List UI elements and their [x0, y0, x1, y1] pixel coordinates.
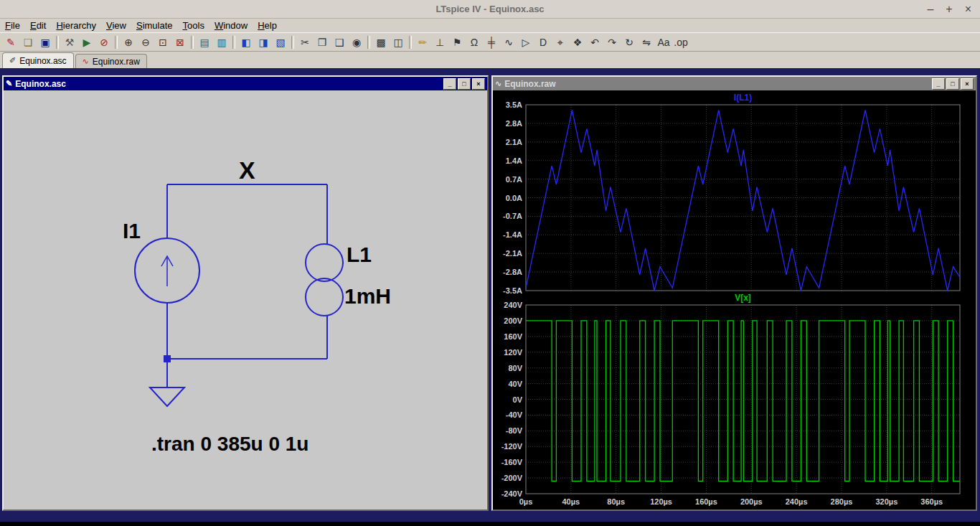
new-schematic-button[interactable]: ✎ — [2, 34, 19, 50]
waveform-window-icon: ∿ — [495, 79, 501, 88]
close-button[interactable]: × — [965, 3, 971, 16]
y-tick-label: 40V — [508, 380, 522, 388]
find-button[interactable]: ◉ — [348, 34, 365, 50]
ground-button[interactable]: ⊥ — [431, 34, 448, 50]
titlebar: LTspice IV - Equinox.asc – + × — [0, 0, 980, 19]
print-preview-button[interactable]: ◫ — [390, 34, 407, 50]
schematic-maximize-button[interactable]: □ — [458, 78, 471, 90]
autorange-y-icon: ⊠ — [176, 37, 184, 47]
halt-icon: ⊘ — [100, 37, 108, 47]
tab-equinox-raw[interactable]: ∿Equinox.raw — [75, 54, 147, 68]
control-panel-button[interactable]: ⚒ — [61, 34, 78, 50]
capacitor-button[interactable]: ╪ — [483, 34, 500, 50]
tile-vertically-icon: ◧ — [241, 37, 250, 47]
node-label[interactable]: X — [239, 158, 255, 182]
current-source-label[interactable]: I1 — [123, 220, 141, 242]
cascade-windows-button[interactable]: ▧ — [272, 34, 289, 50]
print-button[interactable]: ▩ — [372, 34, 390, 50]
paste-icon: ❑ — [335, 37, 344, 47]
schematic-close-button[interactable]: × — [472, 78, 485, 90]
waveform-close-button[interactable]: × — [961, 78, 974, 90]
schematic-window-title: Equinox.asc — [15, 79, 66, 89]
waveform-canvas[interactable]: 3.5A2.8A2.1A1.4A0.7A0.0A-0.7A-1.4A-2.1A-… — [493, 90, 976, 509]
menu-hierarchy[interactable]: Hierarchy — [51, 20, 101, 31]
spice-directive-text[interactable]: .tran 0 385u 0 1u — [151, 434, 308, 454]
menu-edit[interactable]: Edit — [25, 20, 51, 31]
error-log-button[interactable]: ▥ — [213, 34, 230, 50]
y-tick-label: 120V — [504, 348, 522, 357]
label-net-icon: ⚑ — [453, 37, 462, 47]
toolbar-separator — [291, 36, 294, 49]
schematic-minimize-button[interactable]: _ — [443, 78, 456, 90]
undo-button[interactable]: ↶ — [586, 34, 603, 50]
x-tick-label: 80µs — [607, 497, 625, 506]
component-button[interactable]: D — [534, 34, 552, 50]
tile-vertically-button[interactable]: ◧ — [237, 34, 255, 50]
minimize-button[interactable]: – — [927, 3, 933, 16]
rotate-icon: ↻ — [625, 37, 633, 47]
move-button[interactable]: ⌖ — [552, 34, 569, 50]
menu-file[interactable]: File — [0, 20, 25, 31]
inductor-symbol[interactable] — [306, 244, 343, 316]
tile-horizontally-button[interactable]: ◨ — [255, 34, 272, 50]
ground-icon: ⊥ — [435, 37, 444, 47]
diode-button[interactable]: ▷ — [517, 34, 534, 50]
redo-button[interactable]: ↷ — [603, 34, 621, 50]
resistor-button[interactable]: Ω — [466, 34, 483, 50]
waveform-maximize-button[interactable]: □ — [946, 78, 959, 90]
inductor-value-label[interactable]: 1mH — [344, 286, 391, 307]
waveform-window-titlebar[interactable]: ∿ Equinox.raw _ □ × — [493, 77, 976, 90]
y-tick-label: 240V — [504, 301, 522, 309]
autorange-y-button[interactable]: ⊠ — [171, 34, 189, 50]
mirror-icon: ⇋ — [642, 37, 651, 47]
current-source-symbol[interactable] — [135, 238, 199, 303]
x-tick-label: 360µs — [920, 497, 943, 506]
open-button[interactable]: ❏ — [19, 34, 37, 50]
y-tick-label: 2.1A — [506, 138, 522, 146]
tab-equinox-asc[interactable]: ✐Equinox.asc — [2, 52, 74, 68]
copy-button[interactable]: ❐ — [314, 34, 331, 50]
label-net-button[interactable]: ⚑ — [448, 34, 466, 50]
save-icon: ▣ — [40, 37, 50, 47]
y-tick-label: 0V — [513, 395, 523, 404]
x-tick-label: 320µs — [875, 497, 897, 506]
waveform-minimize-button[interactable]: _ — [932, 78, 945, 90]
x-tick-label: 120µs — [650, 497, 672, 506]
inductor-label[interactable]: L1 — [347, 244, 372, 266]
save-button[interactable]: ▣ — [37, 34, 54, 50]
zoom-area-button[interactable]: ⊕ — [120, 34, 137, 50]
maximize-button[interactable]: + — [946, 3, 952, 16]
drag-button[interactable]: ❖ — [569, 34, 586, 50]
y-tick-label: -2.1A — [503, 249, 522, 258]
run-button[interactable]: ▶ — [78, 34, 95, 50]
schematic-window-titlebar[interactable]: ✎ Equinox.asc _ □ × — [4, 77, 487, 90]
rotate-button[interactable]: ↻ — [621, 34, 638, 50]
inductor-button[interactable]: ∿ — [500, 34, 517, 50]
menu-tools[interactable]: Tools — [178, 20, 209, 31]
menu-help[interactable]: Help — [253, 20, 282, 31]
menu-view[interactable]: View — [101, 20, 131, 31]
spice-directive-button[interactable]: .op — [672, 34, 689, 50]
capacitor-icon: ╪ — [488, 37, 495, 47]
zoom-extents-button[interactable]: ⊡ — [154, 34, 171, 50]
menu-simulate[interactable]: Simulate — [131, 20, 178, 31]
text-button[interactable]: Aa — [655, 34, 672, 50]
tab-file-icon: ∿ — [83, 57, 89, 66]
y-tick-label: -120V — [501, 442, 523, 451]
menu-window[interactable]: Window — [209, 20, 253, 31]
y-tick-label: -3.5A — [503, 286, 522, 295]
mirror-button[interactable]: ⇋ — [638, 34, 655, 50]
draw-wire-icon: ✏ — [418, 37, 427, 47]
resistor-icon: Ω — [471, 37, 478, 47]
cascade-windows-icon: ▧ — [275, 37, 285, 47]
draw-wire-button[interactable]: ✏ — [414, 34, 431, 50]
spice-netlist-button[interactable]: ▤ — [196, 34, 213, 50]
schematic-canvas[interactable]: X I1 L1 1mH .tran 0 385u 0 1u — [4, 90, 486, 509]
zoom-back-button[interactable]: ⊖ — [137, 34, 154, 50]
paste-button[interactable]: ❑ — [331, 34, 348, 50]
ground-symbol[interactable] — [150, 362, 184, 406]
cut-button[interactable]: ✂ — [296, 34, 314, 50]
node-junction[interactable] — [164, 355, 171, 362]
halt-button[interactable]: ⊘ — [95, 34, 113, 50]
tab-bar: ✐Equinox.asc∿Equinox.raw — [0, 52, 980, 68]
